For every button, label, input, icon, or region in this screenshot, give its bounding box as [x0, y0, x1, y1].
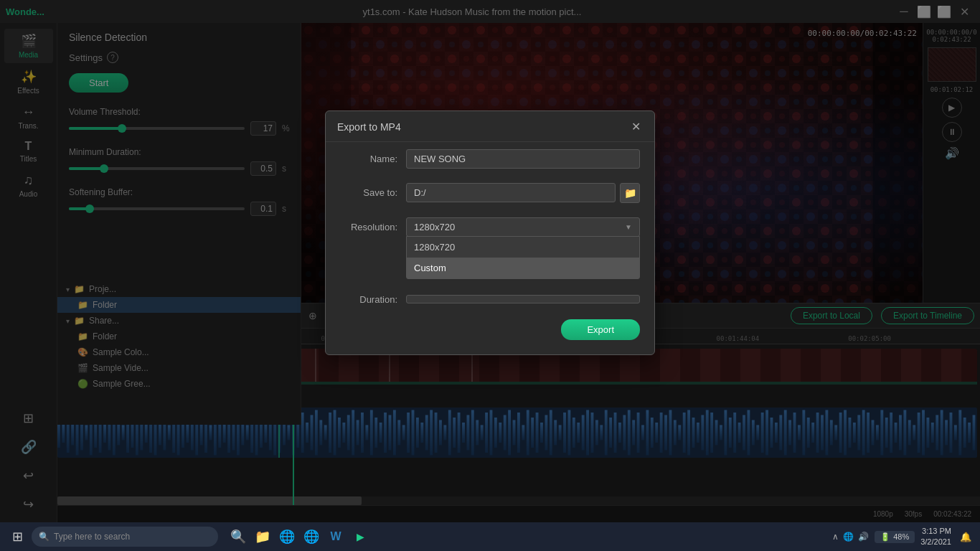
duration-row: Duration: [326, 287, 654, 312]
save-to-label: Save to: [340, 187, 397, 198]
resolution-dropdown-list: 1280x720 Custom [406, 236, 640, 279]
save-to-row: Save to: D:/ 📁 [326, 176, 654, 210]
chrome-icon: 🌐 [279, 529, 295, 545]
name-row: Name: [326, 142, 654, 176]
network-icon[interactable]: 🌐 [843, 532, 854, 542]
explorer-icon: 📁 [255, 529, 270, 545]
dialog-close-button[interactable]: ✕ [628, 120, 643, 134]
taskbar-apps: 🔍 📁 🌐 🌐 W ▶ [227, 525, 372, 548]
resolution-label: Resolution: [340, 222, 397, 232]
export-button[interactable]: Export [561, 319, 640, 340]
duration-display [406, 295, 640, 303]
taskbar-app-chrome[interactable]: 🌐 [275, 525, 298, 548]
dropdown-option-custom[interactable]: Custom [407, 258, 639, 278]
folder-path: D:/ [406, 183, 616, 202]
taskbar-app-explorer[interactable]: 📁 [251, 525, 274, 548]
name-label: Name: [340, 154, 397, 164]
taskbar-app-search[interactable]: 🔍 [227, 525, 250, 548]
filmora-icon: ▶ [357, 531, 364, 542]
taskbar-app-word[interactable]: W [324, 525, 347, 548]
resolution-row: Resolution: 1280x720 ▼ 1280x720 Custom [326, 210, 654, 244]
taskbar-app-filmora[interactable]: ▶ [349, 525, 372, 548]
battery-percent: 48% [893, 532, 909, 541]
clock-display[interactable]: 3:13 PM 3/2/2021 [920, 526, 951, 548]
cortana-icon: 🔍 [230, 529, 246, 545]
dialog-title: Export to MP4 [337, 121, 401, 133]
start-button[interactable]: ⊞ [6, 525, 29, 548]
resolution-value: 1280x720 [414, 222, 455, 232]
duration-label: Duration: [340, 294, 397, 305]
dialog-header: Export to MP4 ✕ [326, 111, 654, 142]
battery-icon: 🔋 [880, 532, 890, 542]
dialog-footer: Export [326, 312, 654, 343]
taskbar-search[interactable]: 🔍 Type here to search [32, 527, 218, 547]
caret-icon[interactable]: ∧ [832, 532, 839, 542]
resolution-dropdown[interactable]: 1280x720 ▼ 1280x720 Custom [406, 217, 640, 237]
search-placeholder: Type here to search [54, 532, 130, 542]
folder-row: D:/ 📁 [406, 183, 640, 203]
battery-display: 🔋 48% [875, 531, 915, 543]
chrome2-icon: 🌐 [303, 529, 319, 545]
browse-button[interactable]: 📁 [620, 183, 640, 203]
notification-button[interactable]: 🔔 [957, 528, 974, 545]
taskbar: ⊞ 🔍 Type here to search 🔍 📁 🌐 🌐 W ▶ ∧ 🌐 … [0, 522, 980, 551]
notification-icon: 🔔 [960, 532, 971, 542]
clock-date: 3/2/2021 [920, 537, 951, 547]
windows-logo-icon: ⊞ [12, 529, 23, 545]
dropdown-option-1280[interactable]: 1280x720 [407, 237, 639, 258]
taskbar-app-chrome2[interactable]: 🌐 [300, 525, 323, 548]
name-input[interactable] [406, 149, 640, 169]
search-icon: 🔍 [39, 532, 50, 542]
system-tray-icons: ∧ 🌐 🔊 [832, 532, 869, 542]
modal-overlay: Export to MP4 ✕ Name: Save to: D:/ 📁 Res… [0, 0, 980, 522]
export-dialog: Export to MP4 ✕ Name: Save to: D:/ 📁 Res… [325, 110, 655, 355]
volume-icon[interactable]: 🔊 [858, 532, 869, 542]
dropdown-arrow-icon: ▼ [625, 223, 632, 231]
taskbar-right: ∧ 🌐 🔊 🔋 48% 3:13 PM 3/2/2021 🔔 [832, 526, 974, 548]
word-icon: W [330, 530, 341, 543]
clock-time: 3:13 PM [920, 526, 951, 537]
folder-browse-icon: 📁 [624, 187, 636, 199]
resolution-dropdown-btn[interactable]: 1280x720 ▼ [406, 217, 640, 237]
